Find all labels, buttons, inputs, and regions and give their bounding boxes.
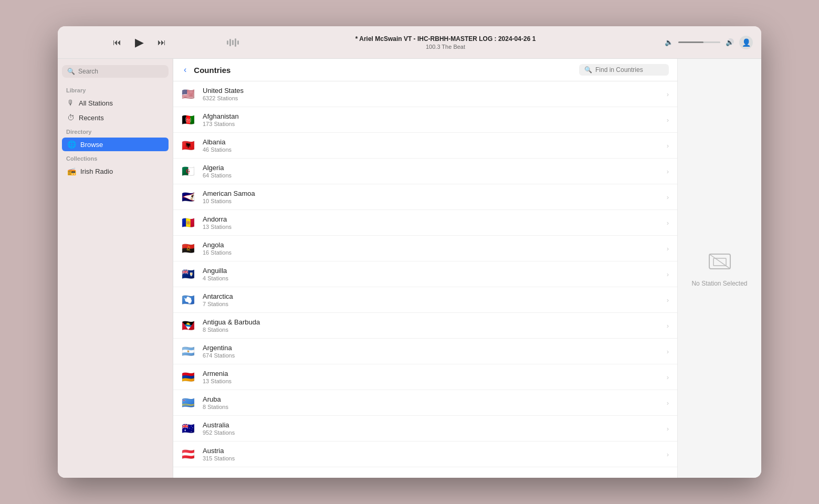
sidebar-item-irish-radio[interactable]: 📻 Irish Radio — [62, 164, 169, 178]
sidebar-item-recents[interactable]: ⏱ Recents — [62, 111, 169, 124]
next-button[interactable]: ⏭ — [155, 36, 168, 49]
country-row[interactable]: 🇦🇺 Australia 952 Stations › — [173, 416, 677, 442]
search-input[interactable] — [78, 68, 163, 75]
back-button[interactable]: ‹ — [182, 65, 188, 75]
country-name: Antarctica — [203, 292, 660, 300]
country-flag: 🇦🇩 — [182, 217, 196, 228]
country-info: Albania 46 Stations — [203, 138, 660, 153]
country-name: Albania — [203, 138, 660, 146]
country-row[interactable]: 🇦🇹 Austria 315 Stations › — [173, 442, 677, 467]
chevron-right-icon: › — [667, 348, 669, 355]
country-flag: 🇦🇸 — [182, 192, 196, 202]
app-window: ⏮ ▶ ⏭ * Ariel McSwain VT - IHC-RBHH-MAST… — [58, 26, 761, 478]
country-stations: 173 Stations — [203, 121, 660, 127]
player-controls: ⏮ ▶ ⏭ — [58, 34, 220, 51]
country-info: Andorra 13 Stations — [203, 215, 660, 230]
collections-label: Collections — [62, 152, 169, 163]
country-info: Algeria 64 Stations — [203, 164, 660, 178]
country-row[interactable]: 🇦🇮 Anguilla 4 Stations › — [173, 261, 677, 287]
content-panel: ‹ Countries 🔍 🇺🇸 United States 6322 Stat… — [173, 59, 677, 478]
country-stations: 13 Stations — [203, 224, 660, 230]
country-name: Andorra — [203, 215, 660, 223]
country-stations: 8 Stations — [203, 327, 660, 333]
country-stations: 8 Stations — [203, 404, 660, 410]
country-row[interactable]: 🇦🇸 American Samoa 10 Stations › — [173, 184, 677, 210]
now-playing-station: 100.3 The Beat — [426, 44, 465, 50]
chevron-right-icon: › — [667, 219, 669, 227]
country-flag: 🇦🇴 — [182, 243, 196, 254]
chevron-right-icon: › — [667, 90, 669, 98]
country-name: Austria — [203, 447, 660, 455]
now-playing: * Ariel McSwain VT - IHC-RBHH-MASTER LOG… — [245, 35, 646, 50]
country-info: Afghanistan 173 Stations — [203, 112, 660, 127]
country-row[interactable]: 🇦🇷 Argentina 674 Stations › — [173, 339, 677, 364]
country-row[interactable]: 🇩🇿 Algeria 64 Stations › — [173, 159, 677, 184]
country-row[interactable]: 🇦🇱 Albania 46 Stations › — [173, 133, 677, 159]
main-area: 🔍 Library 🎙 All Stations ⏱ Recents Direc… — [58, 59, 761, 478]
country-row[interactable]: 🇦🇴 Angola 16 Stations › — [173, 236, 677, 261]
country-stations: 46 Stations — [203, 146, 660, 153]
search-box[interactable]: 🔍 — [62, 65, 169, 78]
country-flag: 🇦🇷 — [182, 346, 196, 356]
play-button[interactable]: ▶ — [133, 34, 146, 51]
country-flag: 🇦🇺 — [182, 423, 196, 434]
sidebar-item-all-stations[interactable]: 🎙 All Stations — [62, 96, 169, 110]
content-header: ‹ Countries 🔍 — [173, 59, 677, 81]
recents-icon: ⏱ — [67, 113, 75, 122]
browse-icon: 🌐 — [67, 140, 76, 149]
country-info: Antarctica 7 Stations — [203, 292, 660, 307]
country-stations: 952 Stations — [203, 429, 660, 436]
library-label: Library — [62, 84, 169, 95]
waveform-icon — [220, 38, 245, 47]
account-button[interactable]: 👤 — [739, 36, 753, 49]
sidebar-label-irish-radio: Irish Radio — [80, 167, 113, 175]
sidebar-label-recents: Recents — [79, 114, 104, 122]
country-row[interactable]: 🇦🇩 Andorra 13 Stations › — [173, 210, 677, 236]
chevron-right-icon: › — [667, 399, 669, 407]
country-name: Armenia — [203, 370, 660, 377]
chevron-right-icon: › — [667, 167, 669, 175]
country-row[interactable]: 🇦🇼 Aruba 8 Stations › — [173, 390, 677, 416]
titlebar: ⏮ ▶ ⏭ * Ariel McSwain VT - IHC-RBHH-MAST… — [58, 26, 761, 59]
country-name: Aruba — [203, 395, 660, 403]
volume-fill — [678, 41, 704, 43]
country-row[interactable]: 🇦🇲 Armenia 13 Stations › — [173, 364, 677, 390]
country-flag: 🇦🇫 — [182, 114, 196, 125]
country-name: Algeria — [203, 164, 660, 172]
volume-controls: 🔈 🔊 👤 — [646, 36, 761, 49]
country-flag: 🇦🇹 — [182, 449, 196, 459]
country-name: United States — [203, 87, 660, 94]
chevron-right-icon: › — [667, 193, 669, 201]
countries-list[interactable]: 🇺🇸 United States 6322 Stations › 🇦🇫 Afgh… — [173, 81, 677, 478]
sidebar-item-browse[interactable]: 🌐 Browse — [62, 138, 169, 151]
prev-button[interactable]: ⏮ — [111, 36, 123, 49]
headphone-icon: 🎙 — [67, 99, 75, 107]
country-name: American Samoa — [203, 190, 660, 197]
page-title: Countries — [194, 66, 574, 75]
country-info: Aruba 8 Stations — [203, 395, 660, 410]
find-box[interactable]: 🔍 — [579, 64, 669, 76]
volume-slider[interactable] — [678, 41, 720, 43]
country-info: Anguilla 4 Stations — [203, 267, 660, 281]
country-flag: 🇦🇶 — [182, 295, 196, 305]
no-station-icon — [707, 250, 732, 276]
country-flag: 🇦🇲 — [182, 372, 196, 382]
country-stations: 674 Stations — [203, 352, 660, 359]
country-row[interactable]: 🇦🇬 Antigua & Barbuda 8 Stations › — [173, 313, 677, 339]
volume-icon: 🔈 — [665, 38, 673, 46]
country-name: Afghanistan — [203, 112, 660, 120]
country-info: United States 6322 Stations — [203, 87, 660, 101]
chevron-right-icon: › — [667, 270, 669, 278]
find-icon: 🔍 — [584, 66, 592, 74]
find-input[interactable] — [595, 66, 664, 74]
chevron-right-icon: › — [667, 142, 669, 150]
country-row[interactable]: 🇦🇶 Antarctica 7 Stations › — [173, 287, 677, 313]
country-row[interactable]: 🇺🇸 United States 6322 Stations › — [173, 81, 677, 107]
country-flag: 🇦🇼 — [182, 397, 196, 408]
country-stations: 64 Stations — [203, 172, 660, 178]
country-row[interactable]: 🇦🇫 Afghanistan 173 Stations › — [173, 107, 677, 133]
chevron-right-icon: › — [667, 296, 669, 304]
chevron-right-icon: › — [667, 116, 669, 124]
country-info: Australia 952 Stations — [203, 421, 660, 436]
search-icon: 🔍 — [67, 68, 75, 75]
